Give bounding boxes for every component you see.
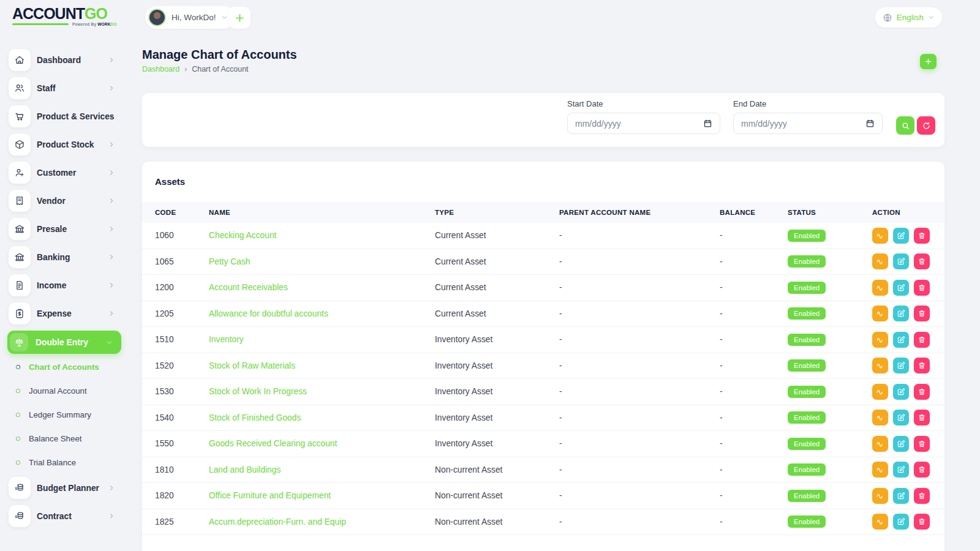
sidebar-item-presale[interactable]: Presale — [9, 218, 130, 240]
language-selector[interactable]: English — [875, 7, 942, 28]
edit-button[interactable] — [893, 228, 909, 244]
sidebar-item-contract[interactable]: $ Contract — [9, 505, 130, 527]
sidebar-subitem-journal-account[interactable]: Journal Account — [16, 381, 130, 400]
user-menu[interactable]: Hi, WorkDo! — [145, 6, 235, 29]
transactions-button[interactable] — [872, 462, 888, 478]
transactions-button[interactable] — [872, 488, 888, 504]
end-date-input[interactable]: mm/dd/yyyy — [733, 113, 883, 134]
account-name-link[interactable]: Account Receivables — [209, 283, 435, 292]
edit-button[interactable] — [893, 488, 909, 504]
edit-button[interactable] — [893, 305, 909, 321]
breadcrumb-separator: › — [184, 65, 187, 73]
search-button[interactable] — [896, 116, 914, 135]
status-badge: Enabled — [788, 307, 826, 320]
sidebar-item-budget-planner[interactable]: $ Budget Planner — [9, 477, 130, 499]
search-icon — [901, 121, 910, 130]
breadcrumb-dashboard-link[interactable]: Dashboard — [142, 65, 179, 73]
account-name-link[interactable]: Office Furniture and Equipement — [209, 491, 435, 500]
delete-button[interactable] — [914, 358, 930, 373]
table-row: 1550 Goods Received Clearing account Inv… — [142, 431, 944, 457]
edit-button[interactable] — [893, 462, 909, 478]
account-name-link[interactable]: Stock of Work In Progress — [209, 387, 435, 396]
sidebar-item-expense[interactable]: Expense — [9, 302, 130, 324]
account-type: Inventory Asset — [435, 413, 559, 422]
parent-account-name: - — [559, 257, 720, 266]
sidebar-subitem-chart-of-accounts[interactable]: Chart of Accounts — [16, 358, 130, 376]
bank-icon — [14, 252, 25, 263]
row-actions — [872, 436, 944, 452]
account-name-link[interactable]: Petty Cash — [209, 257, 435, 266]
account-code: 1825 — [155, 517, 209, 527]
account-name-link[interactable]: Accum.depreciation-Furn. and Equip — [209, 517, 435, 527]
account-name-link[interactable]: Goods Received Clearing account — [209, 439, 435, 448]
edit-button[interactable] — [893, 410, 909, 425]
delete-button[interactable] — [914, 305, 930, 321]
parent-account-name: - — [559, 283, 720, 292]
transactions-button[interactable] — [872, 305, 888, 321]
sidebar-item-banking[interactable]: Banking — [9, 246, 130, 268]
calendar-icon[interactable] — [865, 119, 875, 128]
edit-button[interactable] — [893, 358, 909, 373]
scales-icon — [14, 337, 24, 348]
quick-add-button[interactable] — [228, 7, 251, 29]
edit-button[interactable] — [893, 332, 909, 348]
calendar-icon[interactable] — [703, 119, 712, 128]
status-badge: Enabled — [788, 282, 826, 294]
brand-logo[interactable]: ACCOUNTGO Powered By WORKDO — [12, 6, 116, 26]
coins-icon: $ — [14, 511, 25, 522]
sidebar-item-product-stock[interactable]: Product Stock — [9, 133, 130, 156]
account-name-link[interactable]: Land and Buildings — [209, 465, 435, 474]
transactions-button[interactable] — [872, 253, 888, 269]
delete-button[interactable] — [914, 228, 930, 244]
delete-button[interactable] — [914, 488, 930, 504]
trash-icon — [918, 517, 926, 526]
transactions-button[interactable] — [872, 332, 888, 348]
transactions-button[interactable] — [872, 228, 888, 244]
delete-button[interactable] — [914, 410, 930, 425]
create-account-button[interactable] — [920, 54, 937, 69]
delete-button[interactable] — [914, 384, 930, 400]
chevron-right-icon — [108, 513, 115, 519]
sidebar-item-double-entry[interactable]: Double Entry — [7, 331, 121, 354]
delete-button[interactable] — [914, 253, 930, 269]
edit-button[interactable] — [893, 280, 909, 296]
sidebar-item-vendor[interactable]: Vendor — [9, 190, 130, 212]
transactions-button[interactable] — [872, 358, 888, 373]
sidebar-item-customer[interactable]: Customer — [9, 162, 130, 184]
delete-button[interactable] — [914, 280, 930, 296]
svg-text:$: $ — [15, 515, 18, 519]
account-name-link[interactable]: Inventory — [209, 335, 435, 344]
delete-button[interactable] — [914, 462, 930, 478]
delete-button[interactable] — [914, 514, 930, 530]
account-name-link[interactable]: Stock of Finished Goods — [209, 413, 435, 422]
sidebar-subitem-balance-sheet[interactable]: Balance Sheet — [16, 429, 130, 448]
edit-button[interactable] — [893, 384, 909, 400]
sidebar-subitem-trial-balance[interactable]: Trial Balance — [16, 453, 130, 471]
account-name-link[interactable]: Allowance for doubtful accounts — [209, 309, 435, 318]
transactions-button[interactable] — [872, 410, 888, 425]
account-name-link[interactable]: Stock of Raw Materials — [209, 361, 435, 370]
transactions-button[interactable] — [872, 384, 888, 400]
transactions-button[interactable] — [872, 280, 888, 296]
account-balance: - — [720, 413, 788, 422]
sidebar-item-staff[interactable]: Staff — [9, 77, 130, 99]
delete-button[interactable] — [914, 332, 930, 348]
user-greeting: Hi, WorkDo! — [172, 13, 216, 22]
transactions-button[interactable] — [872, 514, 888, 530]
start-date-label: Start Date — [567, 99, 720, 108]
edit-button[interactable] — [893, 514, 909, 530]
account-name-link[interactable]: Checking Account — [209, 231, 435, 240]
sidebar-subitem-ledger-summary[interactable]: Ledger Summary — [16, 405, 130, 424]
chevron-right-icon — [108, 141, 115, 148]
status-badge: Enabled — [788, 255, 826, 268]
start-date-input[interactable]: mm/dd/yyyy — [567, 113, 720, 134]
transactions-button[interactable] — [872, 436, 888, 452]
delete-button[interactable] — [914, 436, 930, 452]
sidebar-item-income[interactable]: Income — [9, 274, 130, 296]
edit-button[interactable] — [893, 253, 909, 269]
sidebar-item-dashboard[interactable]: Dashboard — [9, 49, 130, 71]
sidebar-item-product-services[interactable]: Product & Services — [9, 105, 130, 127]
reset-button[interactable] — [917, 116, 935, 135]
edit-button[interactable] — [893, 436, 909, 452]
account-balance: - — [720, 283, 788, 292]
